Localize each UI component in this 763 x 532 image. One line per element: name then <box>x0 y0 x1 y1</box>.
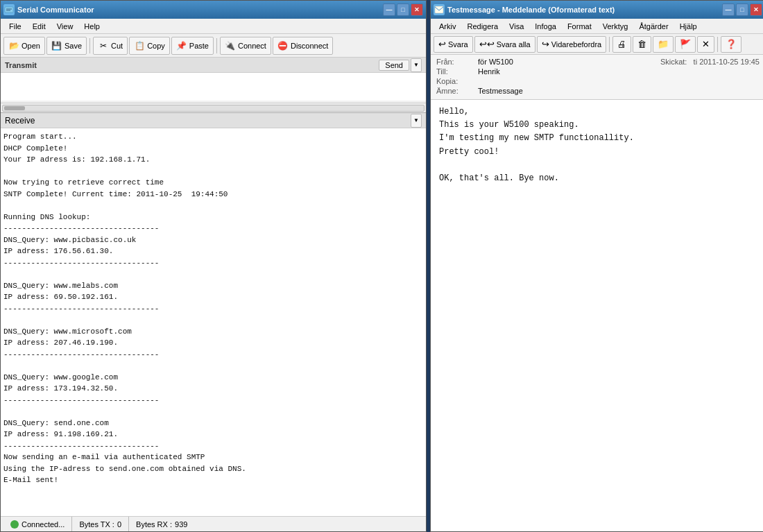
paste-button[interactable]: 📌 Paste <box>171 37 214 55</box>
email-menu-format[interactable]: Format <box>562 21 597 32</box>
open-button[interactable]: 📂 Open <box>3 37 45 55</box>
serial-title-bar: Serial Communicator — □ ✕ <box>1 1 426 19</box>
receive-section: Receive ▼ Program start... DHCP Complete… <box>1 113 426 516</box>
send-dropdown-btn[interactable]: ▼ <box>411 58 422 72</box>
email-menu-arkiv[interactable]: Arkiv <box>434 21 461 32</box>
reply-all-label: Svara alla <box>497 40 531 49</box>
email-title-controls: — □ ✕ <box>722 3 762 16</box>
save-label: Save <box>65 42 82 50</box>
connection-indicator <box>10 520 19 529</box>
help-email-btn[interactable]: ❓ <box>721 36 741 53</box>
menu-view[interactable]: View <box>51 21 79 32</box>
transmit-label: Transmit <box>5 61 37 69</box>
email-menu-atgarder[interactable]: Åtgärder <box>633 21 674 32</box>
forward-icon: ↪ <box>542 39 549 49</box>
bytes-tx-item: Bytes TX : 0 <box>72 517 129 531</box>
reply-icon: ↩ <box>438 39 446 49</box>
email-toolbar-sep-1 <box>609 37 610 52</box>
bytes-rx-label: Bytes RX : <box>136 520 172 529</box>
serial-minimize-btn[interactable]: — <box>383 3 395 16</box>
serial-communicator-window: Serial Communicator — □ ✕ File Edit View… <box>0 0 427 532</box>
email-body-text: Hello, This is your W5100 speaking. I'm … <box>439 105 757 185</box>
email-close-btn[interactable]: ✕ <box>750 3 762 16</box>
print-button[interactable]: 🖨 <box>612 36 631 53</box>
transmit-scroll-thumb <box>4 106 25 110</box>
menu-edit[interactable]: Edit <box>27 21 51 32</box>
email-menu-verktyg[interactable]: Verktyg <box>597 21 634 32</box>
connection-status: Connected... <box>3 517 72 531</box>
flag-button[interactable]: 🚩 <box>675 36 696 53</box>
transmit-input[interactable] <box>1 73 426 101</box>
cut-label: Cut <box>111 42 123 50</box>
from-value: för W5100 <box>478 58 660 66</box>
connect-label: Connect <box>238 42 266 50</box>
serial-window-title: Serial Communicator <box>17 6 94 14</box>
email-window-title: Testmessage - Meddelande (Oformaterad te… <box>447 6 615 14</box>
help-email-icon: ❓ <box>726 39 737 49</box>
receive-text: Program start... DHCP Complete! Your IP … <box>3 131 423 486</box>
sent-value: ti 2011-10-25 19:45 <box>694 58 760 66</box>
email-window: Testmessage - Meddelande (Oformaterad te… <box>430 0 763 532</box>
reply-button[interactable]: ↩ Svara <box>434 36 473 53</box>
transmit-section: Transmit Send ▼ <box>1 58 426 113</box>
serial-toolbar: 📂 Open 💾 Save ✂ Cut 📋 Copy 📌 Paste 🔌 Con… <box>1 34 426 58</box>
send-button[interactable]: Send <box>379 60 409 71</box>
cut-button[interactable]: ✂ Cut <box>93 37 128 55</box>
disconnect-button[interactable]: ⛔ Disconnect <box>273 37 333 55</box>
subject-value: Testmessage <box>478 87 760 95</box>
menu-file[interactable]: File <box>3 21 27 32</box>
receive-label: Receive <box>5 116 35 126</box>
connection-status-text: Connected... <box>22 520 65 529</box>
serial-maximize-btn[interactable]: □ <box>397 3 409 16</box>
serial-status-bar: Connected... Bytes TX : 0 Bytes RX : 939 <box>1 516 426 531</box>
sent-label: Skickat: ti 2011-10-25 19:45 <box>660 58 760 66</box>
email-maximize-btn[interactable]: □ <box>736 3 748 16</box>
email-toolbar-sep-2 <box>717 37 718 52</box>
cc-row: Kopia: <box>436 77 760 85</box>
serial-app-icon <box>3 4 15 15</box>
reply-all-button[interactable]: ↩↩ Svara alla <box>474 36 535 53</box>
forward-button[interactable]: ↪ Vidarebefordra <box>537 36 607 53</box>
print-icon: 🖨 <box>617 39 626 49</box>
to-row: Till: Henrik <box>436 67 760 76</box>
email-menu-infoga[interactable]: Infoga <box>529 21 562 32</box>
reply-all-icon: ↩↩ <box>479 39 495 49</box>
move-icon: 📁 <box>658 39 669 49</box>
menu-help[interactable]: Help <box>78 21 105 32</box>
move-button[interactable]: 📁 <box>653 36 674 53</box>
transmit-hscrollbar[interactable] <box>1 103 426 112</box>
receive-header: Receive ▼ <box>1 113 426 128</box>
save-icon: 💾 <box>51 40 62 51</box>
receive-dropdown-btn[interactable]: ▼ <box>411 114 422 128</box>
transmit-header: Transmit Send ▼ <box>1 58 426 73</box>
save-button[interactable]: 💾 Save <box>46 37 87 55</box>
delete-button[interactable]: 🗑 <box>633 36 651 53</box>
email-minimize-btn[interactable]: — <box>722 3 735 16</box>
email-title-left: Testmessage - Meddelande (Oformaterad te… <box>434 4 615 15</box>
bytes-rx-value: 939 <box>175 520 187 529</box>
email-menu-visa[interactable]: Visa <box>504 21 529 32</box>
receive-content[interactable]: Program start... DHCP Complete! Your IP … <box>1 128 426 516</box>
cut-icon: ✂ <box>98 40 109 51</box>
email-menu-hjalp[interactable]: Hjälp <box>674 21 703 32</box>
send-btn-area: Send ▼ <box>379 58 422 72</box>
close-email-icon: ✕ <box>702 39 710 49</box>
cc-label: Kopia: <box>436 77 478 85</box>
forward-label: Vidarebefordra <box>551 40 602 49</box>
email-title-bar: Testmessage - Meddelande (Oformaterad te… <box>431 1 763 19</box>
email-app-icon <box>434 4 445 15</box>
transmit-scroll-area <box>1 73 426 112</box>
toolbar-sep-1 <box>89 38 90 53</box>
close-email-btn[interactable]: ✕ <box>697 36 714 53</box>
serial-close-btn[interactable]: ✕ <box>411 3 423 16</box>
connect-button[interactable]: 🔌 Connect <box>220 37 271 55</box>
subject-row: Ämne: Testmessage <box>436 87 760 95</box>
email-menu-redigera[interactable]: Redigera <box>461 21 504 32</box>
from-label: Från: <box>436 58 478 66</box>
open-icon: 📂 <box>8 40 19 51</box>
email-toolbar: ↩ Svara ↩↩ Svara alla ↪ Vidarebefordra 🖨… <box>431 34 763 55</box>
copy-icon: 📋 <box>134 40 145 51</box>
bytes-tx-value: 0 <box>117 520 121 529</box>
serial-title-left: Serial Communicator <box>3 4 94 15</box>
copy-button[interactable]: 📋 Copy <box>129 37 170 55</box>
